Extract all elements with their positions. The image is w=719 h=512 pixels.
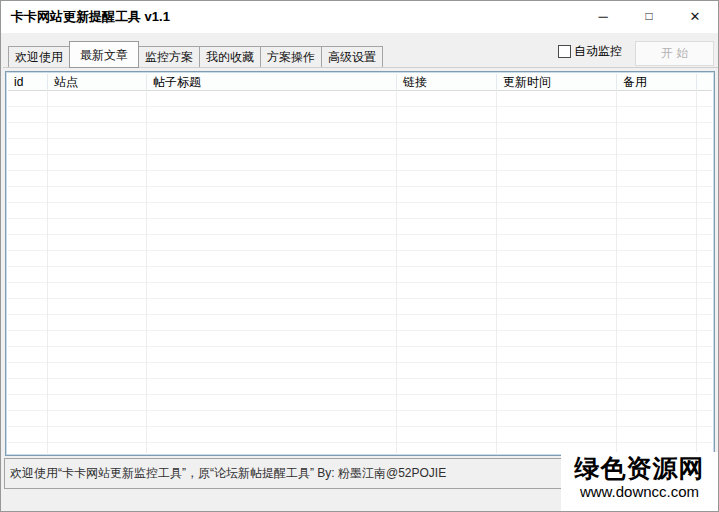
auto-monitor-checkbox-group: 自动监控 (558, 44, 622, 59)
table-row (8, 123, 712, 139)
table-row (8, 91, 712, 107)
table-row (8, 299, 712, 315)
maximize-icon: □ (645, 9, 652, 23)
watermark-site-url: www.downcc.com (561, 482, 718, 502)
table-row (8, 395, 712, 411)
table-row (8, 331, 712, 347)
column-header-filler (697, 74, 712, 91)
column-header-1[interactable]: id (8, 74, 48, 91)
column-header-6[interactable]: 备用 (617, 74, 697, 91)
table-row (8, 235, 712, 251)
close-button[interactable]: ✕ (672, 1, 718, 32)
table-row (8, 379, 712, 395)
table-row (8, 411, 712, 427)
table-row (8, 139, 712, 155)
watermark: 绿色资源网 www.downcc.com (561, 452, 718, 511)
grid-column-line (146, 91, 147, 453)
grid-column-line (496, 91, 497, 453)
grid-column-line (616, 91, 617, 453)
column-header-3[interactable]: 帖子标题 (147, 74, 397, 91)
table-row (8, 251, 712, 267)
start-button[interactable]: 开 始 (635, 41, 714, 66)
table-row (8, 267, 712, 283)
minimize-button[interactable]: ─ (580, 1, 626, 32)
minimize-icon: ─ (598, 9, 607, 24)
column-header-4[interactable]: 链接 (397, 74, 497, 91)
auto-monitor-label: 自动监控 (574, 43, 622, 60)
table-row (8, 283, 712, 299)
tab-5[interactable]: 方案操作 (261, 46, 322, 68)
watermark-site-name: 绿色资源网 (561, 455, 718, 482)
tab-1[interactable]: 欢迎使用 (8, 46, 70, 68)
grid-column-line (47, 91, 48, 453)
maximize-button[interactable]: □ (626, 1, 672, 32)
tab-4[interactable]: 我的收藏 (200, 46, 261, 68)
table-row (8, 155, 712, 171)
table-row (8, 107, 712, 123)
tab-6[interactable]: 高级设置 (322, 46, 383, 68)
table-row (8, 347, 712, 363)
column-header-2[interactable]: 站点 (48, 74, 147, 91)
tab-2[interactable]: 最新文章 (69, 41, 139, 68)
table-body[interactable] (8, 91, 712, 453)
table-row (8, 427, 712, 443)
table-row (8, 363, 712, 379)
close-icon: ✕ (690, 9, 701, 24)
table-row (8, 315, 712, 331)
window-title: 卡卡网站更新提醒工具 v1.1 (11, 1, 170, 33)
titlebar: 卡卡网站更新提醒工具 v1.1 ─ □ ✕ (1, 1, 718, 33)
tab-strip: 欢迎使用最新文章监控方案我的收藏方案操作高级设置 (8, 41, 383, 68)
table-row (8, 187, 712, 203)
grid-column-line (696, 91, 697, 453)
table-row (8, 171, 712, 187)
articles-table[interactable]: id站点帖子标题链接更新时间备用 (5, 71, 715, 456)
table-header-row: id站点帖子标题链接更新时间备用 (8, 74, 712, 91)
tab-3[interactable]: 监控方案 (139, 46, 200, 68)
column-header-5[interactable]: 更新时间 (497, 74, 617, 91)
grid-column-line (396, 91, 397, 453)
app-window: 卡卡网站更新提醒工具 v1.1 ─ □ ✕ 自动监控 开 始 欢迎使用最新文章监… (0, 0, 719, 512)
table-row (8, 203, 712, 219)
table-row (8, 219, 712, 235)
auto-monitor-checkbox[interactable] (558, 45, 571, 58)
status-text: 欢迎使用“卡卡网站更新监控工具”，原“论坛新帖提醒工具” By: 粉墨江南@52… (10, 459, 446, 488)
